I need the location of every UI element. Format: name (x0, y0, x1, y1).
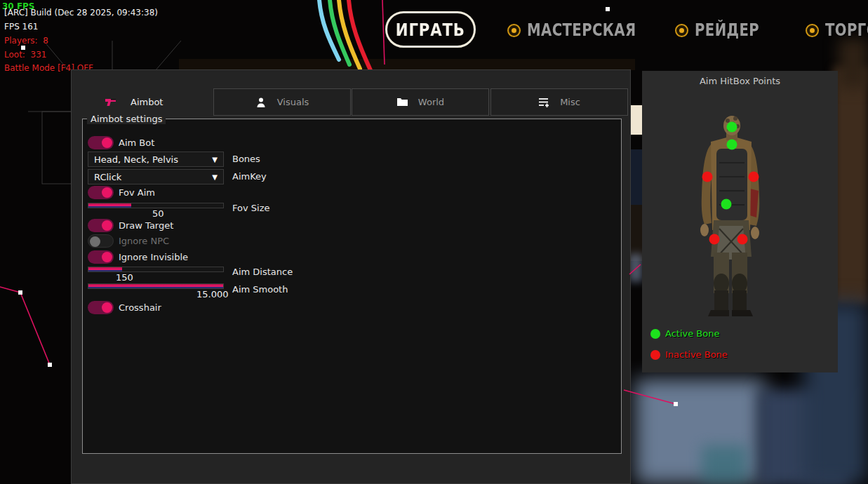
menu-item-raider[interactable]: РЕЙДЕР (675, 20, 773, 41)
aim-bot-label: Aim Bot (119, 137, 154, 148)
game-background-rock (839, 39, 868, 88)
person-icon (255, 96, 267, 108)
legend-active-bone: Active Bone (650, 328, 719, 339)
toggle-knob (102, 220, 112, 231)
build-info: [ARC] Build (Dec 28 2025, 09:43:38) (4, 8, 158, 18)
aim-bot-toggle[interactable] (88, 136, 114, 149)
player-model (684, 112, 775, 317)
menu-item-label: МАСТЕРСКАЯ (527, 20, 636, 40)
aim-smooth-slider[interactable] (88, 283, 224, 289)
aim-distance-value: 150 (116, 272, 133, 283)
tab-world[interactable]: World (352, 88, 489, 116)
inactive-bone-label: Inactive Bone (665, 349, 728, 360)
pistol-icon (105, 96, 116, 108)
tab-misc[interactable]: Misc (490, 88, 628, 116)
game-screen: 30 FPS [ARC] Build (Dec 28 2025, 09:43:3… (0, 0, 868, 484)
tab-label: Visuals (277, 97, 309, 107)
game-background-teal (702, 445, 747, 484)
tab-aimbot[interactable]: Aimbot (86, 88, 212, 116)
hitbox-panel-title: Aim HitBox Points (642, 76, 838, 86)
draw-target-label: Draw Target (119, 220, 173, 231)
menu-item-workshop[interactable]: МАСТЕРСКАЯ (507, 20, 660, 41)
slider-fill (88, 284, 223, 288)
fps-readout: FPS 161 (4, 22, 38, 32)
tab-label: Aimbot (131, 97, 163, 107)
fov-aim-toggle[interactable] (88, 186, 114, 199)
menu-item-label: РЕЙДЕР (695, 20, 759, 40)
aimkey-dropdown[interactable]: RClick ▼ (88, 169, 224, 184)
aimkey-label: AimKey (232, 171, 267, 182)
folder-icon (396, 96, 408, 108)
active-bone-dot (650, 329, 660, 339)
cheat-window: Aimbot Visuals World Misc Aimbot setting… (71, 69, 631, 484)
toggle-knob (102, 252, 112, 262)
players-count: Players: 8 (4, 36, 48, 46)
ignore-invisible-toggle[interactable] (88, 250, 114, 264)
coin-icon (507, 24, 521, 37)
game-background-window-frame (631, 149, 642, 205)
bones-dropdown[interactable]: Head, Neck, Pelvis ▼ (88, 152, 224, 167)
loot-count: Loot: 331 (4, 50, 46, 60)
inactive-bone-dot (650, 350, 660, 360)
game-background-window-frame (631, 205, 642, 261)
menu-item-trade[interactable]: ТОРГО (806, 20, 868, 41)
game-background-window-frame (631, 105, 642, 135)
crosshair-toggle[interactable] (88, 301, 114, 314)
game-background-blob (629, 254, 643, 282)
fov-aim-label: Fov Aim (119, 187, 155, 198)
game-background-rock (834, 67, 868, 305)
ignore-npc-label: Ignore NPC (119, 236, 169, 246)
legend-inactive-bone: Inactive Bone (650, 349, 728, 360)
fov-size-label: Fov Size (232, 203, 269, 213)
slider-fill (88, 267, 122, 271)
coin-icon (806, 24, 819, 37)
game-background-bottom-strip (179, 59, 635, 70)
fov-size-value: 50 (152, 208, 164, 219)
ignore-npc-toggle[interactable] (88, 234, 114, 248)
aim-distance-label: Aim Distance (232, 267, 293, 277)
aimkey-dropdown-value: RClick (94, 172, 121, 182)
toggle-knob (102, 137, 112, 148)
coin-icon (675, 24, 688, 37)
aim-distance-slider[interactable] (88, 267, 224, 272)
play-button[interactable]: ИГРАТЬ (385, 11, 476, 48)
toggle-knob (102, 302, 112, 313)
aim-smooth-value: 15.000 (196, 289, 229, 300)
aim-smooth-label: Aim Smooth (232, 284, 288, 295)
toggle-knob (90, 236, 100, 247)
sliders-icon (538, 96, 550, 108)
tab-label: Misc (560, 97, 580, 107)
group-title: Aimbot settings (87, 114, 166, 124)
draw-target-toggle[interactable] (88, 219, 114, 232)
bones-dropdown-value: Head, Neck, Pelvis (94, 154, 178, 165)
ignore-invisible-label: Ignore Invisible (119, 252, 188, 262)
menu-item-label: ТОРГО (825, 20, 868, 40)
active-bone-label: Active Bone (665, 328, 719, 339)
bones-label: Bones (232, 154, 260, 164)
crosshair-label: Crosshair (119, 302, 161, 313)
play-button-label: ИГРАТЬ (396, 20, 465, 40)
hitbox-panel: Aim HitBox Points (642, 71, 838, 372)
tab-visuals[interactable]: Visuals (213, 88, 351, 116)
chevron-down-icon: ▼ (212, 156, 218, 163)
fov-size-slider[interactable] (88, 203, 224, 208)
chevron-down-icon: ▼ (212, 173, 218, 181)
toggle-knob (102, 187, 112, 198)
slider-fill (88, 203, 131, 208)
tab-label: World (418, 97, 444, 107)
